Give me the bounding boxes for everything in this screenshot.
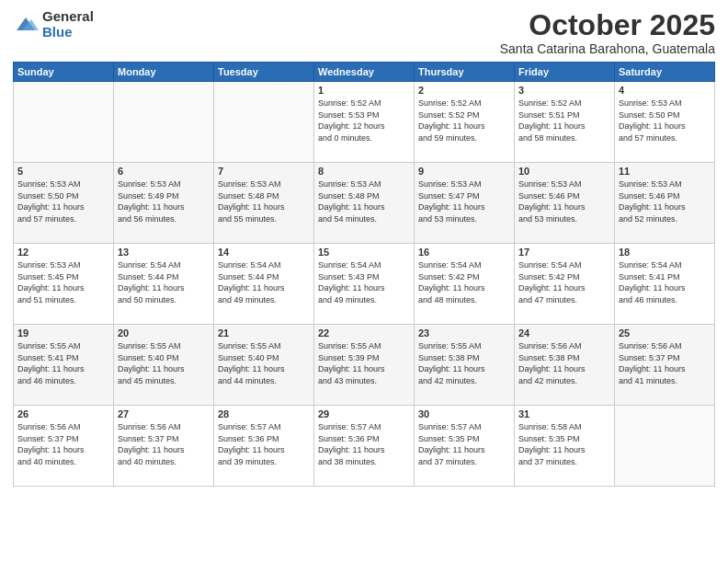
calendar-week-row-1: 5Sunrise: 5:53 AMSunset: 5:50 PMDaylight…	[14, 163, 715, 244]
day-number: 3	[518, 85, 610, 96]
calendar-cell: 15Sunrise: 5:54 AMSunset: 5:43 PMDayligh…	[314, 244, 415, 325]
day-info: Sunrise: 5:53 AMSunset: 5:46 PMDaylight:…	[518, 178, 610, 224]
calendar-cell: 27Sunrise: 5:56 AMSunset: 5:37 PMDayligh…	[114, 406, 214, 487]
day-number: 29	[318, 408, 410, 419]
calendar-week-row-0: 1Sunrise: 5:52 AMSunset: 5:53 PMDaylight…	[14, 82, 715, 163]
day-number: 14	[218, 247, 310, 258]
day-number: 17	[518, 247, 610, 258]
day-number: 23	[418, 327, 510, 339]
day-number: 19	[17, 327, 109, 339]
calendar-cell	[14, 82, 114, 163]
day-number: 12	[17, 247, 109, 258]
day-info: Sunrise: 5:52 AMSunset: 5:53 PMDaylight:…	[318, 98, 410, 144]
weekday-header-thursday: Thursday	[415, 63, 515, 82]
calendar-cell: 19Sunrise: 5:55 AMSunset: 5:41 PMDayligh…	[14, 325, 114, 406]
day-info: Sunrise: 5:53 AMSunset: 5:48 PMDaylight:…	[218, 178, 310, 224]
page: General Blue October 2025 Santa Catarina…	[0, 0, 728, 563]
calendar-cell: 2Sunrise: 5:52 AMSunset: 5:52 PMDaylight…	[415, 82, 515, 163]
day-number: 20	[118, 327, 210, 339]
day-number: 25	[619, 327, 711, 339]
calendar-cell: 23Sunrise: 5:55 AMSunset: 5:38 PMDayligh…	[415, 325, 515, 406]
weekday-header-row: SundayMondayTuesdayWednesdayThursdayFrid…	[14, 63, 715, 82]
day-number: 30	[418, 408, 510, 419]
day-info: Sunrise: 5:53 AMSunset: 5:50 PMDaylight:…	[619, 98, 711, 144]
day-number: 13	[118, 247, 210, 258]
calendar-cell: 25Sunrise: 5:56 AMSunset: 5:37 PMDayligh…	[615, 325, 715, 406]
day-number: 11	[619, 166, 711, 177]
calendar-week-row-4: 26Sunrise: 5:56 AMSunset: 5:37 PMDayligh…	[14, 406, 715, 487]
day-info: Sunrise: 5:53 AMSunset: 5:49 PMDaylight:…	[118, 178, 210, 224]
day-info: Sunrise: 5:53 AMSunset: 5:48 PMDaylight:…	[318, 178, 410, 224]
day-info: Sunrise: 5:58 AMSunset: 5:35 PMDaylight:…	[518, 421, 610, 467]
calendar-cell: 10Sunrise: 5:53 AMSunset: 5:46 PMDayligh…	[515, 163, 615, 244]
header: General Blue October 2025 Santa Catarina…	[13, 9, 715, 56]
calendar-cell: 7Sunrise: 5:53 AMSunset: 5:48 PMDaylight…	[214, 163, 314, 244]
day-number: 16	[418, 247, 510, 258]
day-number: 1	[318, 85, 410, 96]
day-number: 7	[218, 166, 310, 177]
calendar-week-row-3: 19Sunrise: 5:55 AMSunset: 5:41 PMDayligh…	[14, 325, 715, 406]
calendar-cell: 30Sunrise: 5:57 AMSunset: 5:35 PMDayligh…	[415, 406, 515, 487]
day-info: Sunrise: 5:56 AMSunset: 5:38 PMDaylight:…	[518, 340, 610, 386]
day-info: Sunrise: 5:55 AMSunset: 5:38 PMDaylight:…	[418, 340, 510, 386]
calendar-cell: 18Sunrise: 5:54 AMSunset: 5:41 PMDayligh…	[615, 244, 715, 325]
day-info: Sunrise: 5:54 AMSunset: 5:41 PMDaylight:…	[619, 259, 711, 305]
calendar-cell: 28Sunrise: 5:57 AMSunset: 5:36 PMDayligh…	[214, 406, 314, 487]
day-number: 31	[518, 408, 610, 419]
day-info: Sunrise: 5:54 AMSunset: 5:44 PMDaylight:…	[218, 259, 310, 305]
calendar-cell: 12Sunrise: 5:53 AMSunset: 5:45 PMDayligh…	[14, 244, 114, 325]
day-number: 6	[118, 166, 210, 177]
calendar-cell: 16Sunrise: 5:54 AMSunset: 5:42 PMDayligh…	[415, 244, 515, 325]
day-info: Sunrise: 5:53 AMSunset: 5:50 PMDaylight:…	[17, 178, 109, 224]
day-info: Sunrise: 5:54 AMSunset: 5:42 PMDaylight:…	[518, 259, 610, 305]
calendar-cell: 11Sunrise: 5:53 AMSunset: 5:46 PMDayligh…	[615, 163, 715, 244]
calendar-cell: 8Sunrise: 5:53 AMSunset: 5:48 PMDaylight…	[314, 163, 415, 244]
logo-text: General Blue	[42, 9, 94, 40]
day-number: 8	[318, 166, 410, 177]
calendar-cell: 6Sunrise: 5:53 AMSunset: 5:49 PMDaylight…	[114, 163, 214, 244]
day-info: Sunrise: 5:53 AMSunset: 5:45 PMDaylight:…	[17, 259, 109, 305]
day-info: Sunrise: 5:55 AMSunset: 5:40 PMDaylight:…	[218, 340, 310, 386]
day-number: 15	[318, 247, 410, 258]
logo: General Blue	[13, 9, 94, 40]
calendar-cell: 21Sunrise: 5:55 AMSunset: 5:40 PMDayligh…	[214, 325, 314, 406]
title-section: October 2025 Santa Catarina Barahona, Gu…	[500, 9, 715, 56]
day-info: Sunrise: 5:56 AMSunset: 5:37 PMDaylight:…	[17, 421, 109, 467]
day-number: 9	[418, 166, 510, 177]
calendar-cell: 1Sunrise: 5:52 AMSunset: 5:53 PMDaylight…	[314, 82, 415, 163]
day-info: Sunrise: 5:55 AMSunset: 5:40 PMDaylight:…	[118, 340, 210, 386]
day-number: 5	[17, 166, 109, 177]
day-info: Sunrise: 5:52 AMSunset: 5:51 PMDaylight:…	[518, 98, 610, 144]
day-number: 24	[518, 327, 610, 339]
weekday-header-friday: Friday	[515, 63, 615, 82]
weekday-header-tuesday: Tuesday	[214, 63, 314, 82]
day-info: Sunrise: 5:54 AMSunset: 5:43 PMDaylight:…	[318, 259, 410, 305]
calendar-cell: 4Sunrise: 5:53 AMSunset: 5:50 PMDaylight…	[615, 82, 715, 163]
weekday-header-saturday: Saturday	[615, 63, 715, 82]
logo-blue-text: Blue	[42, 25, 94, 40]
day-number: 21	[218, 327, 310, 339]
weekday-header-monday: Monday	[114, 63, 214, 82]
calendar-cell: 20Sunrise: 5:55 AMSunset: 5:40 PMDayligh…	[114, 325, 214, 406]
month-title: October 2025	[500, 9, 715, 41]
day-info: Sunrise: 5:57 AMSunset: 5:36 PMDaylight:…	[318, 421, 410, 467]
calendar-cell: 17Sunrise: 5:54 AMSunset: 5:42 PMDayligh…	[515, 244, 615, 325]
calendar-cell: 14Sunrise: 5:54 AMSunset: 5:44 PMDayligh…	[214, 244, 314, 325]
calendar-cell: 24Sunrise: 5:56 AMSunset: 5:38 PMDayligh…	[515, 325, 615, 406]
day-number: 28	[218, 408, 310, 419]
day-info: Sunrise: 5:55 AMSunset: 5:41 PMDaylight:…	[17, 340, 109, 386]
day-info: Sunrise: 5:56 AMSunset: 5:37 PMDaylight:…	[118, 421, 210, 467]
day-info: Sunrise: 5:54 AMSunset: 5:42 PMDaylight:…	[418, 259, 510, 305]
weekday-header-sunday: Sunday	[14, 63, 114, 82]
day-number: 18	[619, 247, 711, 258]
day-number: 4	[619, 85, 711, 96]
day-number: 27	[118, 408, 210, 419]
day-info: Sunrise: 5:57 AMSunset: 5:36 PMDaylight:…	[218, 421, 310, 467]
day-info: Sunrise: 5:56 AMSunset: 5:37 PMDaylight:…	[619, 340, 711, 386]
calendar-cell: 22Sunrise: 5:55 AMSunset: 5:39 PMDayligh…	[314, 325, 415, 406]
calendar-cell: 9Sunrise: 5:53 AMSunset: 5:47 PMDaylight…	[415, 163, 515, 244]
calendar-cell	[114, 82, 214, 163]
day-info: Sunrise: 5:53 AMSunset: 5:47 PMDaylight:…	[418, 178, 510, 224]
day-info: Sunrise: 5:52 AMSunset: 5:52 PMDaylight:…	[418, 98, 510, 144]
calendar-cell: 13Sunrise: 5:54 AMSunset: 5:44 PMDayligh…	[114, 244, 214, 325]
